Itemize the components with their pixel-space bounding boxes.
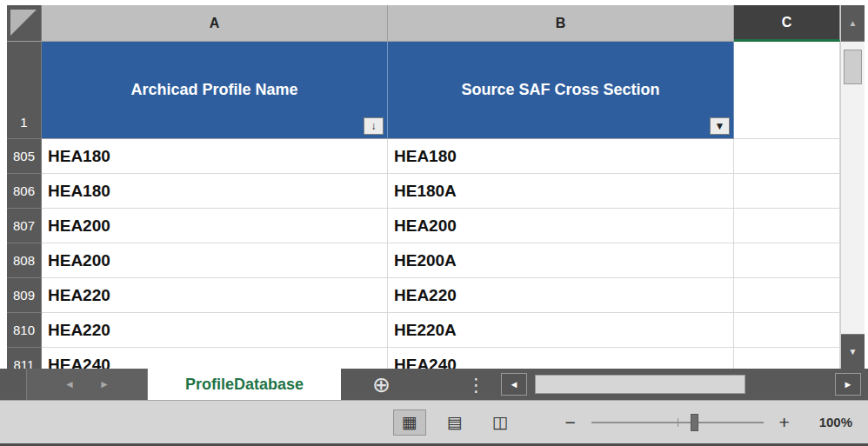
add-sheet-icon: ⊕: [372, 372, 391, 396]
table-row: 810 HEA220 HE220A: [7, 313, 840, 348]
select-all-corner[interactable]: [7, 5, 42, 42]
zoom-slider-thumb[interactable]: [691, 414, 698, 431]
cell-profile[interactable]: HEA180: [42, 139, 388, 174]
cell-empty[interactable]: [734, 278, 840, 313]
sheet-nav-buttons: ◄ ►: [26, 369, 148, 400]
column-header-b[interactable]: B: [388, 5, 734, 42]
sort-asc-icon: ↓: [371, 121, 377, 131]
cell-empty[interactable]: [734, 348, 840, 369]
cell-profile[interactable]: HEA180: [42, 174, 388, 209]
spreadsheet-window: A B C 1 Archicad Profile Name ↓ Source S…: [0, 0, 868, 446]
zoom-in-button[interactable]: +: [776, 412, 793, 433]
cell-empty[interactable]: [734, 174, 840, 209]
cell-source[interactable]: HE200A: [388, 243, 734, 278]
column-header-row: A B C: [7, 5, 840, 42]
sort-filter-button[interactable]: ↓: [364, 117, 384, 135]
horizontal-scrollbar[interactable]: ◄ ►: [501, 369, 861, 400]
filter-dropdown-icon: ▼: [715, 121, 725, 131]
sheet-nav-prev-icon[interactable]: ◄: [64, 378, 75, 390]
more-sheets-icon: ⋮: [467, 375, 485, 395]
sheet-nav-next-icon[interactable]: ►: [99, 378, 110, 390]
cell-empty[interactable]: [734, 243, 840, 278]
cell-profile[interactable]: HEA220: [42, 313, 388, 348]
table-row: 806 HEA180 HE180A: [7, 174, 840, 209]
add-sheet-button[interactable]: ⊕: [372, 374, 391, 396]
cell-empty[interactable]: [734, 209, 840, 243]
table-row: 807 HEA200 HEA200: [7, 209, 840, 243]
filter-dropdown-button[interactable]: ▼: [710, 117, 730, 135]
sheet-list-button[interactable]: ⋮: [467, 376, 485, 394]
sheet-tab-profiledatabase[interactable]: ProfileDatabase: [148, 369, 341, 400]
normal-view-icon: ▦: [402, 412, 417, 432]
select-all-icon: [10, 10, 37, 36]
col-a-title-label: Archicad Profile Name: [130, 81, 297, 99]
table-row: 809 HEA220 HEA220: [7, 278, 840, 313]
scroll-up-button[interactable]: ▲: [841, 5, 865, 42]
row-header[interactable]: 806: [7, 174, 42, 209]
table-row: 808 HEA200 HE200A: [7, 243, 840, 278]
horizontal-scroll-thumb[interactable]: [535, 375, 745, 394]
page-layout-button[interactable]: ▤: [438, 409, 471, 436]
cell-empty[interactable]: [734, 313, 840, 348]
cell-b1-title[interactable]: Source SAF Cross Section ▼: [388, 42, 734, 139]
cell-profile[interactable]: HEA240: [42, 348, 388, 369]
scroll-up-icon: ▲: [849, 18, 858, 28]
scroll-down-button[interactable]: ▼: [841, 334, 865, 369]
sheet-tab-bar: ◄ ► ProfileDatabase ⊕ ⋮ ◄ ►: [0, 369, 868, 400]
cell-empty[interactable]: [734, 139, 840, 174]
row-header[interactable]: 808: [7, 243, 42, 278]
cell-source[interactable]: HEA240: [388, 348, 734, 369]
row-header[interactable]: 810: [7, 313, 42, 348]
zoom-level[interactable]: 100%: [819, 415, 852, 429]
vertical-scrollbar[interactable]: ▲ ▼: [840, 5, 865, 369]
row-header[interactable]: 807: [7, 209, 42, 243]
page-layout-icon: ▤: [447, 412, 463, 432]
scroll-right-button[interactable]: ►: [835, 373, 861, 396]
table-row: 805 HEA180 HEA180: [7, 139, 840, 174]
cell-a1-title[interactable]: Archicad Profile Name ↓: [42, 42, 388, 139]
cell-profile[interactable]: HEA220: [42, 278, 388, 313]
normal-view-button[interactable]: ▦: [393, 409, 426, 436]
column-header-c[interactable]: C: [734, 5, 840, 42]
zoom-out-button[interactable]: −: [562, 412, 579, 433]
cell-source[interactable]: HE180A: [388, 174, 734, 209]
cell-profile[interactable]: HEA200: [42, 209, 388, 243]
header-row: 1 Archicad Profile Name ↓ Source SAF Cro…: [7, 42, 840, 139]
row-header[interactable]: 809: [7, 278, 42, 313]
column-header-a[interactable]: A: [42, 5, 388, 42]
worksheet-grid: A B C 1 Archicad Profile Name ↓ Source S…: [7, 5, 865, 369]
cell-profile[interactable]: HEA200: [42, 243, 388, 278]
row-header[interactable]: 1: [7, 42, 42, 139]
row-header[interactable]: 805: [7, 139, 42, 174]
cell-source[interactable]: HE220A: [388, 313, 734, 348]
status-bar: ▦ ▤ ◫ − + 100%: [0, 400, 868, 446]
scroll-right-icon: ►: [844, 379, 853, 389]
row-header[interactable]: 811: [7, 348, 42, 369]
vertical-scroll-thumb[interactable]: [844, 50, 862, 84]
cell-source[interactable]: HEA200: [388, 209, 734, 243]
cell-source[interactable]: HEA220: [388, 278, 734, 313]
col-b-title-label: Source SAF Cross Section: [461, 81, 659, 99]
cell-source[interactable]: HEA180: [388, 139, 734, 174]
scroll-left-icon: ◄: [510, 379, 519, 389]
cell-c1[interactable]: [734, 42, 840, 139]
page-break-preview-icon: ◫: [492, 412, 508, 432]
scroll-left-button[interactable]: ◄: [501, 373, 527, 396]
zoom-slider-tick: [678, 418, 678, 427]
page-break-preview-button[interactable]: ◫: [484, 409, 517, 436]
scroll-down-icon: ▼: [849, 347, 858, 356]
zoom-slider[interactable]: [591, 422, 764, 423]
table-row: 811 HEA240 HEA240: [7, 348, 840, 369]
